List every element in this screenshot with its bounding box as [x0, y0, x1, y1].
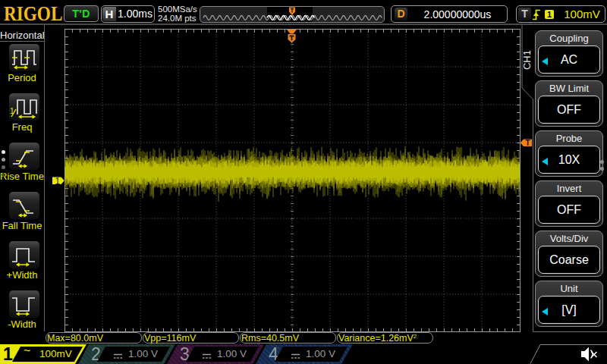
svg-text:1: 1 — [10, 107, 14, 115]
svg-text:T: T — [526, 139, 530, 147]
svg-text:1: 1 — [55, 176, 61, 187]
